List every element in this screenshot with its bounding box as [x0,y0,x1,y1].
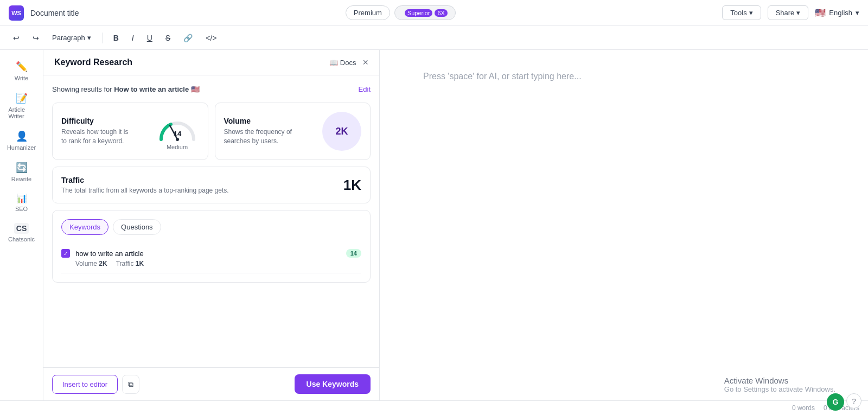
toolbar: ↩ ↪ Paragraph ▾ B I U S 🔗 </> [0,26,868,50]
share-chevron-icon: ▾ [796,9,800,17]
keyword-volume-label: Volume 2K [75,260,107,267]
results-flag: 🇺🇸 [191,85,200,93]
traffic-title: Traffic [61,176,229,184]
language-selector[interactable]: 🇺🇸 English ▾ [815,8,859,18]
article-writer-icon: 📝 [16,92,28,104]
strikethrough-button[interactable]: S [161,31,175,44]
traffic-info: Traffic The total traffic from all keywo… [61,176,229,194]
keyword-meta: Volume 2K Traffic 1K [75,260,361,267]
keyword-research-panel: Keyword Research 📖 Docs × Showing result… [43,50,380,400]
word-count: 0 words [792,404,815,412]
use-keywords-button[interactable]: Use Keywords [295,374,371,394]
bottom-bar: 0 words 0 characters [0,400,868,415]
difficulty-info: Difficulty Reveals how tough it is to ra… [61,117,132,146]
sidebar-item-rewrite-label: Rewrite [11,176,31,182]
sidebar-item-article-writer[interactable]: 📝 Article Writer [2,88,41,124]
docs-label: Docs [340,59,356,67]
top-bar-right: Tools ▾ Share ▾ 🇺🇸 English ▾ [722,5,859,20]
language-label: English [829,9,852,17]
metrics-cards: Difficulty Reveals how tough it is to ra… [52,103,371,160]
sidebar-item-chatsonic[interactable]: CS Chatsonic [2,219,41,247]
volume-description: Shows the frequency of searches by users… [224,127,295,146]
sidebar-item-article-label: Article Writer [9,106,35,119]
code-button[interactable]: </> [201,31,221,44]
seo-icon: 📊 [16,193,27,203]
keyword-name: how to write an article [75,250,144,258]
sidebar-item-rewrite[interactable]: 🔄 Rewrite [2,157,41,187]
traffic-description: The total traffic from all keywords a to… [61,187,229,194]
us-flag-icon: 🇺🇸 [815,8,826,18]
top-bar: WS Document title Premium Superior6X Too… [0,0,868,26]
link-button[interactable]: 🔗 [179,31,197,44]
panel-body: Showing results for How to write an arti… [43,75,379,367]
sidebar-item-write[interactable]: ✏️ Write [2,56,41,86]
results-prefix: Showing results for [52,85,112,93]
tools-button[interactable]: Tools ▾ [722,5,761,20]
docs-link[interactable]: 📖 Docs [329,59,356,67]
results-header: Showing results for How to write an arti… [52,84,371,94]
write-icon: ✏️ [16,61,28,73]
main-layout: ✏️ Write 📝 Article Writer 👤 Humanizer 🔄 … [0,50,868,400]
bold-button[interactable]: B [109,31,123,44]
sidebar-item-write-label: Write [15,75,28,81]
sidebar-item-chatsonic-label: Chatsonic [8,236,35,242]
insert-to-editor-button[interactable]: Insert to editor [52,375,118,394]
volume-info: Volume Shows the frequency of searches b… [224,117,295,146]
keyword-difficulty-badge: 14 [346,249,361,258]
panel-title: Keyword Research [54,58,132,67]
tools-chevron-icon: ▾ [749,9,753,17]
superior-label: Superior [405,9,433,17]
undo-button[interactable]: ↩ [9,31,24,44]
sidebar-item-seo[interactable]: 📊 SEO [2,189,41,216]
chatsonic-icon: CS [14,223,29,234]
underline-button[interactable]: U [143,31,157,44]
redo-button[interactable]: ↪ [28,31,43,44]
difficulty-level: Medium [167,144,188,150]
footer-left-actions: Insert to editor ⧉ [52,375,139,394]
close-panel-button[interactable]: × [362,58,368,67]
tab-questions[interactable]: Questions [113,219,161,235]
superior-badge: 6X [435,9,447,17]
keyword-item: how to write an article 14 Volume 2K Tra… [61,244,361,273]
app-logo: WS [9,5,24,21]
toolbar-divider-1 [102,33,103,43]
sidebar-item-seo-label: SEO [15,206,28,212]
sidebar: ✏️ Write 📝 Article Writer 👤 Humanizer 🔄 … [0,50,43,400]
panel-header-right: 📖 Docs × [329,58,368,67]
paragraph-label: Paragraph [52,34,85,42]
svg-point-1 [176,138,179,141]
superior-plan-button[interactable]: Superior6X [394,5,456,20]
top-bar-left: WS Document title [9,5,79,21]
keyword-traffic-label: Traffic 1K [116,260,144,267]
italic-button[interactable]: I [127,31,138,44]
keyword-item-left: how to write an article [61,249,144,258]
premium-plan-button[interactable]: Premium [346,5,390,20]
tools-label: Tools [730,9,746,17]
doc-title: Document title [30,9,79,17]
panel-footer: Insert to editor ⧉ Use Keywords [43,367,379,400]
sidebar-item-humanizer[interactable]: 👤 Humanizer [2,126,41,155]
share-button[interactable]: Share ▾ [768,5,809,20]
edit-query-button[interactable]: Edit [359,85,371,93]
traffic-card: Traffic The total traffic from all keywo… [52,167,371,203]
panel-header: Keyword Research 📖 Docs × [43,50,379,75]
book-icon: 📖 [329,59,338,67]
keywords-section: Keywords Questions how to write an artic… [52,210,371,283]
difficulty-description: Reveals how tough it is to rank for a ke… [61,127,132,146]
keyword-checkbox[interactable] [61,249,70,258]
lang-chevron-icon: ▾ [856,9,859,17]
paragraph-style-select[interactable]: Paragraph ▾ [48,31,95,44]
copy-button[interactable]: ⧉ [122,375,139,394]
volume-title: Volume [224,117,295,125]
rewrite-icon: 🔄 [16,162,28,174]
gauge-svg: 14 [156,112,199,143]
editor-area[interactable]: Press 'space' for AI, or start typing he… [380,50,868,400]
help-button[interactable]: ? [846,393,861,408]
traffic-value: 1K [343,177,361,194]
difficulty-gauge: 14 Medium [156,112,199,150]
difficulty-title: Difficulty [61,117,132,125]
tab-keywords[interactable]: Keywords [61,219,108,235]
difficulty-card: Difficulty Reveals how tough it is to ra… [52,103,208,160]
results-query: How to write an article [114,85,189,93]
grammarly-button[interactable]: G [827,393,844,411]
